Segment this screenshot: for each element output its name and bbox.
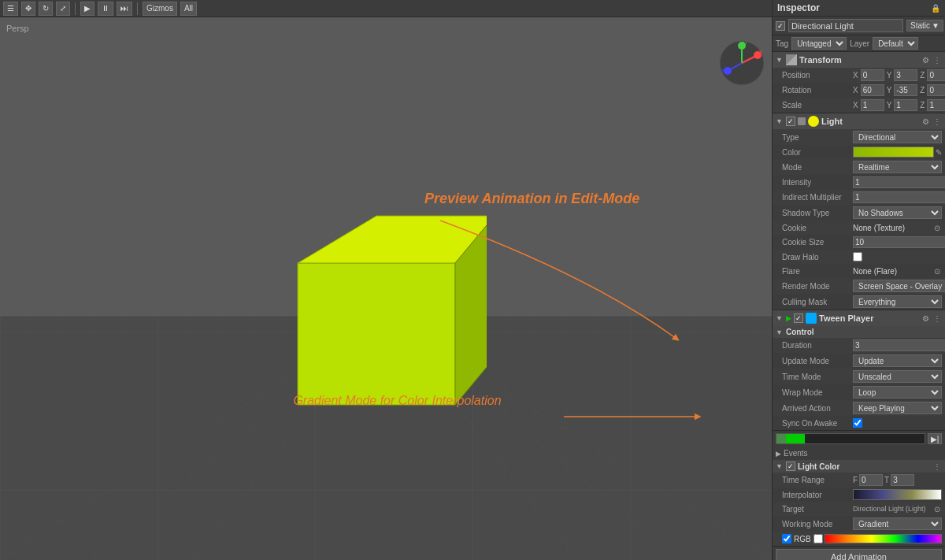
3d-cube[interactable]	[235, 169, 487, 436]
scale-tool-btn[interactable]: ⤢	[56, 2, 70, 16]
light-indirect-input[interactable]	[853, 191, 945, 203]
progress-bar[interactable]	[776, 433, 925, 444]
lock-icon[interactable]: 🔒	[931, 3, 940, 13]
light-icon	[808, 116, 819, 127]
light-cookie-size-input[interactable]	[853, 236, 945, 248]
light-color-active-checkbox[interactable]	[786, 462, 795, 471]
light-cookie-row: Cookie None (Texture) ⊙	[773, 221, 945, 235]
light-color-row: Color ✎	[773, 145, 945, 159]
viewport-3d[interactable]: Persp x y z Preview Ani	[0, 17, 772, 560]
light-draw-halo-checkbox[interactable]	[853, 252, 862, 261]
light-intensity-row: Intensity	[773, 175, 945, 190]
tween-player-header[interactable]: ▼ ▶ Tween Player ⚙ ⋮	[773, 310, 945, 326]
transform-tool-btn[interactable]: ☰	[3, 2, 18, 16]
duration-input[interactable]	[853, 339, 945, 351]
wrap-mode-dropdown[interactable]: Loop	[853, 386, 942, 399]
update-mode-label: Update Mode	[782, 357, 853, 365]
scale-z-label: Z	[920, 101, 925, 109]
light-shadow-dropdown[interactable]: No Shadows	[853, 206, 942, 219]
pause-btn[interactable]: ⏸	[98, 2, 113, 16]
alpha-checkbox[interactable]	[813, 534, 823, 543]
static-button[interactable]: Static ▼	[906, 20, 943, 32]
rot-x-input[interactable]	[861, 84, 884, 96]
light-culling-dropdown[interactable]: Everything	[853, 295, 942, 308]
tween-control-header[interactable]: ▼ Control	[773, 326, 945, 338]
update-mode-dropdown[interactable]: Update	[853, 354, 942, 367]
scale-z-input[interactable]	[927, 99, 945, 111]
pos-y-input[interactable]	[894, 69, 917, 81]
tween-play-icon: ▶	[786, 314, 791, 322]
time-mode-dropdown[interactable]: Unscaled	[853, 370, 942, 383]
time-to-input[interactable]	[891, 474, 914, 486]
light-active-checkbox[interactable]	[786, 117, 795, 126]
move-tool-btn[interactable]: ✥	[21, 2, 35, 16]
time-range-label: Time Range	[782, 476, 853, 484]
time-to-label: T	[884, 476, 889, 484]
light-mode-dropdown[interactable]: Realtime	[853, 161, 942, 173]
scale-x-input[interactable]	[861, 99, 884, 111]
layers-btn[interactable]: All	[180, 2, 197, 16]
light-type-dropdown[interactable]: Directional	[853, 131, 942, 143]
light-color-menu-icon[interactable]: ⋮	[932, 462, 942, 471]
light-render-label: Render Mode	[782, 282, 853, 291]
progress-forward-btn[interactable]: ▶|	[928, 433, 942, 444]
tween-settings-icon[interactable]: ⚙	[921, 313, 930, 323]
rotate-tool-btn[interactable]: ↻	[39, 2, 53, 16]
light-culling-row: Culling Mask Everything	[773, 294, 945, 310]
time-from-input[interactable]	[859, 474, 883, 486]
rot-z-input[interactable]	[927, 84, 945, 96]
tween-active-checkbox[interactable]	[794, 313, 803, 323]
arrived-action-dropdown[interactable]: Keep Playing	[853, 402, 942, 414]
target-select-icon[interactable]: ⊙	[932, 504, 942, 514]
sync-on-awake-checkbox[interactable]	[853, 418, 862, 428]
events-row[interactable]: ▶ Events	[773, 447, 945, 460]
working-mode-dropdown[interactable]: Gradient	[853, 517, 942, 530]
light-intensity-input[interactable]	[853, 176, 945, 188]
layer-dropdown[interactable]: Default	[873, 37, 918, 50]
scene-gizmo[interactable]: x y z	[718, 39, 765, 87]
play-btn[interactable]: ▶	[80, 2, 94, 16]
arrived-action-row: Arrived Action Keep Playing	[773, 400, 945, 416]
sync-on-awake-label: Sync On Awake	[782, 419, 853, 428]
flare-select-icon[interactable]: ⊙	[932, 266, 942, 276]
rot-y-label: Y	[887, 86, 892, 95]
time-from-label: F	[853, 476, 858, 484]
svg-point-22	[724, 67, 732, 75]
gizmos-btn[interactable]: Gizmos	[143, 2, 177, 16]
progress-fill-bright	[786, 434, 805, 443]
step-btn[interactable]: ⏭	[117, 2, 132, 16]
gradient-bar[interactable]	[825, 534, 942, 543]
light-name: Light	[821, 117, 918, 126]
scale-y-input[interactable]	[894, 99, 917, 111]
light-collapse-icon: ▼	[776, 117, 784, 125]
tag-dropdown[interactable]: Untagged	[791, 37, 847, 50]
transform-settings-icon[interactable]: ⚙	[921, 55, 930, 65]
light-render-dropdown[interactable]: Screen Space - Overlay	[853, 280, 945, 292]
light-header[interactable]: ▼ Light ⚙ ⋮	[773, 113, 945, 129]
transform-header[interactable]: ▼ Transform ⚙ ⋮	[773, 52, 945, 68]
light-color-header[interactable]: ▼ Light Color ⋮	[773, 460, 945, 473]
transform-menu-icon[interactable]: ⋮	[932, 55, 942, 65]
add-animation-button[interactable]: Add Animation	[776, 549, 942, 560]
transform-collapse-icon: ▼	[776, 56, 784, 64]
light-enable-checkbox[interactable]	[798, 117, 806, 125]
eyedropper-icon[interactable]: ✎	[936, 148, 942, 157]
rgb-checkbox[interactable]	[782, 534, 791, 543]
light-mode-label: Mode	[782, 163, 853, 172]
tween-menu-icon[interactable]: ⋮	[932, 313, 942, 323]
object-active-checkbox[interactable]	[776, 21, 785, 31]
duration-label: Duration	[782, 341, 853, 350]
transform-name: Transform	[799, 55, 918, 65]
pos-z-input[interactable]	[927, 69, 945, 81]
interpolator-bar[interactable]	[853, 489, 942, 500]
light-mode-row: Mode Realtime	[773, 159, 945, 175]
update-mode-row: Update Mode Update	[773, 353, 945, 369]
viewport-area: ☰ ✥ ↻ ⤢ ▶ ⏸ ⏭ Gizmos All	[0, 0, 772, 560]
light-settings-icon[interactable]: ⚙	[921, 117, 930, 126]
pos-x-input[interactable]	[861, 69, 884, 81]
cookie-select-icon[interactable]: ⊙	[932, 223, 942, 232]
rot-y-input[interactable]	[894, 84, 917, 96]
light-color-swatch[interactable]	[853, 146, 934, 158]
object-name-input[interactable]	[788, 19, 903, 32]
light-menu-icon[interactable]: ⋮	[932, 117, 942, 126]
